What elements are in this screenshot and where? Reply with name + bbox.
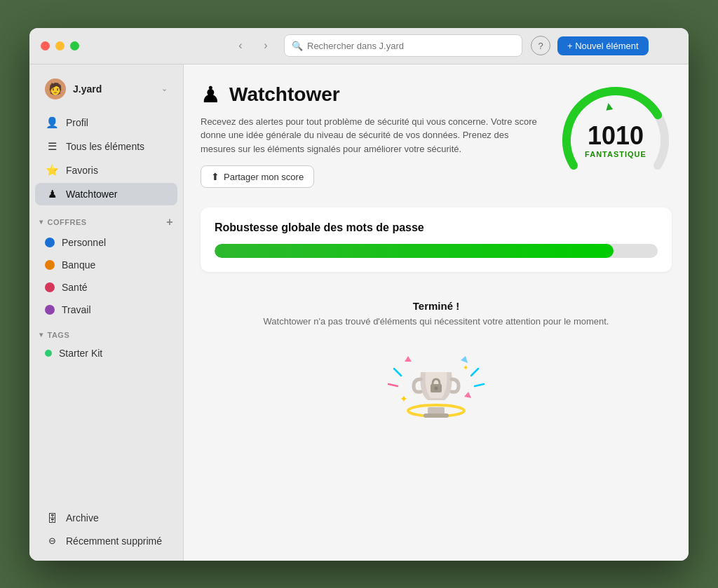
section-chevron: ▾: [39, 218, 43, 226]
list-icon: ☰: [45, 140, 59, 153]
password-strength-card: Robustesse globale des mots de passe: [201, 207, 672, 272]
vault-dot: [45, 238, 55, 247]
user-name: J.yard: [73, 83, 161, 95]
sidebar-item-watchtower[interactable]: ♟ Watchtower: [35, 183, 177, 205]
sidebar-item-banque[interactable]: Banque: [35, 254, 177, 275]
sidebar-item-archive[interactable]: 🗄 Archive: [35, 507, 177, 529]
completed-description: Watchtower n'a pas trouvé d'éléments qui…: [201, 316, 672, 327]
score-gauge: 1010 FANTASTIQUE: [560, 81, 672, 193]
svg-rect-9: [428, 407, 445, 414]
archive-icon: 🗄: [45, 512, 59, 524]
watchtower-icon: ♟: [45, 188, 59, 200]
add-vault-button[interactable]: +: [166, 216, 173, 228]
sidebar-item-profil[interactable]: 👤 Profil: [35, 111, 177, 134]
sidebar-item-favoris[interactable]: ⭐ Favoris: [35, 159, 177, 182]
sidebar-item-label: Profil: [66, 117, 88, 128]
svg-marker-7: [464, 392, 471, 398]
traffic-lights: [41, 41, 79, 50]
vault-dot: [45, 305, 55, 315]
help-button[interactable]: ?: [531, 36, 550, 55]
trophy-svg: ✦ ✦: [387, 341, 485, 439]
forward-button[interactable]: ›: [256, 36, 276, 55]
user-icon: 👤: [45, 116, 59, 129]
score-label: FANTASTIQUE: [585, 150, 646, 158]
avatar: 🧑: [45, 78, 66, 100]
coffres-section-header: ▾ COFFRES +: [29, 210, 183, 231]
main-content: ♟ Watchtower Recevez des alertes pour to…: [184, 64, 689, 561]
page-title-text: Watchtower: [229, 83, 340, 106]
progress-bar-fill: [215, 244, 614, 258]
sidebar-item-label: Starter Kit: [59, 348, 102, 359]
titlebar-actions: ? + Nouvel élément: [531, 36, 649, 55]
tag-dot: [45, 350, 52, 357]
sidebar-item-label: Personnel: [62, 237, 106, 248]
strength-card-title: Robustesse globale des mots de passe: [215, 221, 658, 234]
sidebar-item-starter-kit[interactable]: Starter Kit: [35, 343, 177, 364]
search-bar: 🔍: [284, 34, 522, 57]
svg-line-3: [471, 369, 478, 376]
svg-marker-6: [461, 356, 468, 363]
search-icon: 🔍: [292, 41, 303, 51]
sidebar-item-tous[interactable]: ☰ Tous les éléments: [35, 135, 177, 158]
sidebar-item-sante[interactable]: Santé: [35, 277, 177, 298]
search-input[interactable]: [307, 41, 515, 51]
main-area: 🧑 J.yard ⌄ 👤 Profil ☰ Tous les éléments …: [29, 64, 689, 561]
sidebar-item-label: Récemment supprimé: [66, 535, 162, 547]
sidebar: 🧑 J.yard ⌄ 👤 Profil ☰ Tous les éléments …: [29, 64, 184, 561]
svg-marker-0: [605, 102, 614, 111]
user-row[interactable]: 🧑 J.yard ⌄: [35, 73, 177, 105]
back-button[interactable]: ‹: [231, 36, 250, 55]
app-window: ‹ › 🔍 ? + Nouvel élément 🧑 J.yard ⌄ 👤 Pr…: [29, 28, 689, 561]
page-header: ♟ Watchtower Recevez des alertes pour to…: [201, 81, 672, 193]
trash-icon: ⊖: [45, 535, 59, 546]
vault-dot: [45, 282, 55, 292]
new-item-button[interactable]: + Nouvel élément: [557, 36, 649, 55]
sidebar-item-travail[interactable]: Travail: [35, 299, 177, 320]
score-value: 1010: [588, 123, 644, 149]
svg-line-4: [475, 384, 484, 386]
titlebar: ‹ › 🔍 ? + Nouvel élément: [29, 28, 689, 64]
sidebar-item-label: Favoris: [66, 165, 98, 176]
completed-title: Terminé !: [201, 300, 672, 312]
svg-text:✦: ✦: [400, 393, 408, 404]
sidebar-item-label: Travail: [62, 304, 91, 315]
sidebar-item-recemment-supprime[interactable]: ⊖ Récemment supprimé: [35, 531, 177, 552]
star-icon: ⭐: [45, 164, 59, 177]
minimize-button[interactable]: [55, 41, 65, 50]
close-button[interactable]: [41, 41, 50, 50]
sidebar-item-label: Archive: [66, 512, 99, 524]
sidebar-item-personnel[interactable]: Personnel: [35, 232, 177, 253]
svg-marker-5: [405, 356, 412, 362]
svg-line-1: [394, 369, 401, 376]
svg-line-2: [388, 384, 398, 386]
sidebar-item-label: Santé: [62, 282, 88, 293]
progress-bar-container: [215, 244, 658, 258]
share-score-button[interactable]: ⬆ Partager mon score: [201, 165, 314, 188]
completed-section: Terminé ! Watchtower n'a pas trouvé d'él…: [201, 286, 672, 446]
chevron-down-icon: ⌄: [161, 84, 168, 93]
trophy-illustration: ✦ ✦: [387, 341, 485, 439]
tags-section-header: ▾ TAGS: [29, 325, 183, 342]
sidebar-item-label: Tous les éléments: [66, 141, 144, 152]
vault-dot: [45, 260, 55, 270]
svg-point-12: [435, 386, 438, 390]
svg-rect-10: [424, 413, 449, 418]
page-description: Recevez des alertes pour tout problème d…: [201, 115, 546, 156]
svg-text:✦: ✦: [463, 364, 468, 371]
section-chevron: ▾: [39, 331, 43, 339]
nav-buttons: ‹ ›: [231, 36, 276, 55]
watchtower-page-icon: ♟: [201, 81, 221, 108]
score-center: 1010 FANTASTIQUE: [585, 123, 646, 158]
sidebar-item-label: Banque: [62, 259, 95, 271]
maximize-button[interactable]: [70, 41, 79, 50]
share-icon: ⬆: [211, 171, 219, 182]
page-title-area: ♟ Watchtower Recevez des alertes pour to…: [201, 81, 546, 189]
sidebar-item-label: Watchtower: [66, 189, 117, 200]
page-title: ♟ Watchtower: [201, 81, 546, 108]
